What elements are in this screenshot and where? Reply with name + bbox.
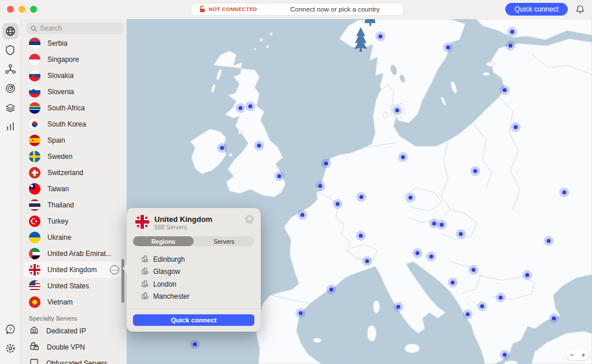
country-row-ukraine[interactable]: Ukraine <box>21 229 127 246</box>
nav-meshnet[interactable] <box>2 61 18 77</box>
country-more-button[interactable]: ⋯ <box>110 265 119 274</box>
zoom-in-button[interactable]: + <box>581 351 586 359</box>
country-row-uae[interactable]: United Arab Emirat... <box>21 246 127 262</box>
country-label: United States <box>47 282 89 290</box>
popup-quick-connect-button[interactable]: Quick connect <box>133 314 254 326</box>
country-row-south-africa[interactable]: South Africa <box>21 100 127 116</box>
country-row-slovenia[interactable]: Slovenia <box>21 84 127 100</box>
region-row-manchester[interactable]: Manchester <box>142 291 261 303</box>
country-row-south-korea[interactable]: South Korea <box>21 116 127 132</box>
server-location-dot[interactable] <box>296 309 306 318</box>
server-location-dot[interactable] <box>427 252 436 262</box>
server-location-dot[interactable] <box>469 265 479 275</box>
server-location-dot[interactable] <box>356 231 366 241</box>
specialty-label: Obfuscated Servers <box>46 359 108 364</box>
server-location-dot[interactable] <box>437 220 447 230</box>
server-location-dot[interactable] <box>523 270 532 280</box>
server-location-dot[interactable] <box>398 153 408 162</box>
notifications-bell-icon[interactable] <box>575 5 585 14</box>
country-row-spain[interactable]: Spain <box>21 132 127 148</box>
country-row-sweden[interactable]: Sweden <box>21 148 127 165</box>
server-location-dot[interactable] <box>362 257 372 266</box>
specialty-row[interactable]: Dedicated IP <box>21 323 127 339</box>
country-popup: United Kingdom 588 Servers ✕ RegionsServ… <box>127 208 261 332</box>
zoom-window-button[interactable] <box>30 6 37 13</box>
server-location-dot[interactable] <box>321 159 331 169</box>
country-row-serbia[interactable]: Serbia <box>21 35 127 51</box>
server-location-dot[interactable] <box>316 181 325 191</box>
server-location-dot[interactable] <box>443 43 453 53</box>
specialty-row[interactable]: Double VPN <box>21 339 127 355</box>
sidebar-scrollbar[interactable] <box>121 259 124 303</box>
server-location-dot[interactable] <box>500 350 510 360</box>
server-location-dot[interactable] <box>298 210 308 220</box>
country-row-uk[interactable]: United Kingdom⋯ <box>24 262 124 278</box>
server-location-dot[interactable] <box>236 103 246 113</box>
server-location-dot[interactable] <box>456 229 466 239</box>
server-location-dot[interactable] <box>560 188 569 198</box>
server-location-dot[interactable] <box>217 143 227 153</box>
server-location-dot[interactable] <box>357 192 367 202</box>
server-location-dot[interactable] <box>393 106 402 116</box>
nav-multihop[interactable] <box>2 99 18 116</box>
country-row-vietnam[interactable]: Vietnam <box>21 294 127 310</box>
nav-servers-map[interactable] <box>2 23 18 39</box>
connection-status-pill[interactable]: NOT CONNECTED Connect now or pick a coun… <box>191 3 404 16</box>
city-icon <box>142 279 149 289</box>
server-location-dot[interactable] <box>327 285 336 295</box>
country-row-switzerland[interactable]: Switzerland <box>21 165 127 181</box>
nav-speed-gauge[interactable] <box>2 80 18 96</box>
server-location-dot[interactable] <box>254 141 264 151</box>
tab-servers[interactable]: Servers <box>194 236 254 246</box>
server-location-dot[interactable] <box>511 122 521 132</box>
close-window-button[interactable] <box>7 6 14 13</box>
nav-threat-protection[interactable] <box>2 42 18 58</box>
server-location-dot[interactable] <box>376 32 386 42</box>
server-location-dot[interactable] <box>508 27 517 37</box>
region-label: Edinburgh <box>153 255 185 263</box>
server-location-dot[interactable] <box>413 248 423 258</box>
tab-regions[interactable]: Regions <box>133 236 194 246</box>
specialty-label: Double VPN <box>47 343 85 351</box>
specialty-row[interactable]: Obfuscated Servers <box>21 355 127 364</box>
server-location-dot[interactable] <box>246 102 256 112</box>
server-location-dot[interactable] <box>275 172 284 181</box>
server-location-dot[interactable] <box>190 340 200 350</box>
nav-statistics[interactable] <box>2 118 18 135</box>
region-row-london[interactable]: London <box>142 278 261 291</box>
region-row-edinburgh[interactable]: Edinburgh <box>142 253 261 266</box>
country-row-us[interactable]: United States <box>21 278 127 294</box>
zoom-out-button[interactable]: − <box>569 351 574 359</box>
country-row-singapore[interactable]: Singapore <box>21 51 127 68</box>
server-location-dot[interactable] <box>549 314 559 324</box>
country-row-taiwan[interactable]: Taiwan <box>21 181 127 197</box>
country-row-slovakia[interactable]: Slovakia <box>21 68 127 84</box>
server-location-dot[interactable] <box>496 293 506 303</box>
server-location-dot[interactable] <box>544 236 554 246</box>
popup-close-button[interactable]: ✕ <box>245 215 254 224</box>
server-location-dot[interactable] <box>500 86 510 95</box>
quick-connect-button[interactable]: Quick connect <box>505 3 568 16</box>
gauge-icon <box>5 83 16 94</box>
slovenia-flag-icon <box>29 86 40 98</box>
region-label: London <box>153 280 176 288</box>
server-location-dot[interactable] <box>463 310 473 320</box>
country-row-turkey[interactable]: Turkey <box>21 213 127 229</box>
uk-flag-icon <box>135 215 149 229</box>
nav-settings[interactable] <box>2 340 18 356</box>
server-location-dot[interactable] <box>394 302 404 312</box>
server-location-dot[interactable] <box>478 302 487 311</box>
server-location-dot[interactable] <box>333 199 343 209</box>
server-location-dot[interactable] <box>406 193 416 203</box>
region-row-glasgow[interactable]: Glasgow <box>142 266 261 278</box>
minimize-window-button[interactable] <box>18 6 25 13</box>
search-input[interactable]: Search <box>27 23 123 34</box>
server-location-dot[interactable] <box>471 166 480 176</box>
country-row-thailand[interactable]: Thailand <box>21 197 127 213</box>
server-location-dot[interactable] <box>506 41 516 51</box>
city-icon <box>142 254 149 265</box>
nav-help[interactable]: ? <box>2 321 18 337</box>
server-location-dot[interactable] <box>448 278 458 288</box>
region-label: Manchester <box>153 292 190 300</box>
connect-hint: Connect now or pick a country <box>267 3 403 15</box>
